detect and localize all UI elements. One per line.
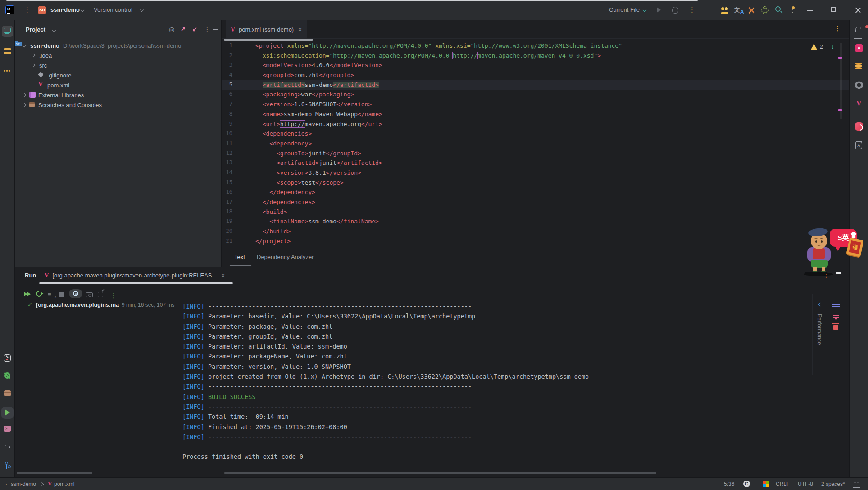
run-button[interactable] bbox=[657, 7, 661, 13]
clear-output-button[interactable]: ≡ bbox=[48, 291, 55, 298]
plugin-owl-icon[interactable] bbox=[855, 122, 866, 134]
terminal-tool-icon[interactable]: >_ bbox=[4, 426, 15, 437]
settings-kebab-icon[interactable]: ⋮ bbox=[789, 6, 796, 13]
line-ending-selector[interactable]: CRLF bbox=[776, 481, 790, 487]
window-close-button[interactable] bbox=[855, 7, 861, 13]
plugin-atom-icon[interactable] bbox=[761, 6, 769, 14]
scroll-to-end-icon[interactable] bbox=[833, 315, 839, 316]
project-tool-icon[interactable] bbox=[2, 26, 13, 37]
code-line[interactable]: 14 <version>3.8.1</version> bbox=[222, 168, 849, 178]
database-tool-icon[interactable] bbox=[854, 63, 865, 74]
search-everywhere-icon[interactable] bbox=[775, 6, 781, 12]
breadcrumb-file[interactable]: pom.xml bbox=[54, 481, 74, 487]
code-view[interactable]: 1<project xmlns="http://maven.apache.org… bbox=[222, 41, 849, 246]
breadcrumb-root[interactable]: ssm-demo bbox=[11, 481, 36, 487]
code-line[interactable]: 18 <build> bbox=[222, 207, 849, 217]
tab-dependency-analyzer[interactable]: Dependency Analyzer bbox=[257, 254, 314, 260]
code-line[interactable]: 11 <dependency> bbox=[222, 139, 849, 149]
run-options-kebab-icon[interactable]: ⋮ bbox=[689, 6, 695, 13]
close-tab-icon[interactable]: × bbox=[298, 26, 302, 33]
encoding-selector[interactable]: UTF-8 bbox=[798, 481, 813, 487]
collapse-left-icon[interactable] bbox=[818, 303, 822, 306]
settings-sync-icon[interactable] bbox=[4, 372, 15, 384]
code-line[interactable]: 20 </build> bbox=[222, 227, 849, 236]
chevron-right-icon[interactable] bbox=[20, 102, 28, 109]
code-line[interactable]: 3 <modelVersion>4.0.0</modelVersion> bbox=[222, 60, 849, 70]
chevron-right-icon[interactable] bbox=[29, 52, 37, 59]
error-stripe-mark[interactable] bbox=[838, 109, 842, 111]
tree-item-ssm-demo[interactable]: ssm-demoD:\workSpace\3_projects\personal… bbox=[15, 41, 221, 50]
vcs-widget[interactable]: Version control bbox=[94, 6, 132, 13]
code-line[interactable]: 1<project xmlns="http://maven.apache.org… bbox=[222, 41, 849, 51]
rerun-all-button[interactable] bbox=[24, 291, 32, 298]
run-tool-icon-active[interactable] bbox=[1, 407, 14, 419]
ai-assistant-icon[interactable]: ✦ bbox=[855, 44, 866, 55]
code-line[interactable]: 6 <packaging>war</packaging> bbox=[222, 90, 849, 100]
code-line[interactable]: 15 <scope>test</scope> bbox=[222, 178, 849, 188]
tree-item-pom.xml[interactable]: pom.xml bbox=[15, 80, 221, 90]
code-line[interactable]: 10 <dependencies> bbox=[222, 129, 849, 139]
project-switcher[interactable]: ssm-demo bbox=[50, 6, 80, 13]
collapse-icon[interactable]: ↙ bbox=[192, 26, 197, 32]
project-avatar[interactable]: SD bbox=[38, 6, 46, 14]
intellij-logo-icon[interactable]: IJ bbox=[5, 5, 14, 14]
list-horizontal-scrollbar[interactable] bbox=[17, 472, 92, 474]
notifications-icon[interactable] bbox=[855, 27, 867, 38]
code-line[interactable]: 13 <artifactId>junit</artifactId> bbox=[222, 158, 849, 168]
git-tool-icon[interactable] bbox=[2, 461, 13, 472]
artifacts-tool-icon[interactable] bbox=[855, 81, 866, 92]
dictionary-tool-icon[interactable]: A bbox=[855, 142, 867, 153]
code-line[interactable]: 16 </dependency> bbox=[222, 187, 849, 197]
screenshot-button[interactable] bbox=[86, 291, 93, 298]
locate-file-icon[interactable]: ◎ bbox=[169, 26, 174, 33]
run-tab[interactable]: V [org.apache.maven.plugins:maven-archet… bbox=[39, 267, 230, 283]
translate-icon[interactable]: 文A bbox=[734, 6, 743, 15]
mascot-slider-track[interactable] bbox=[805, 272, 827, 273]
code-line[interactable]: 2 xsi:schemaLocation="http://maven.apach… bbox=[222, 51, 849, 61]
export-button[interactable] bbox=[98, 291, 105, 298]
tools-icon[interactable] bbox=[748, 7, 755, 14]
chevron-right-icon[interactable] bbox=[29, 62, 37, 69]
rerun-button[interactable] bbox=[36, 291, 43, 298]
run-window-title[interactable]: Run bbox=[25, 272, 36, 279]
performance-label[interactable]: Performance bbox=[816, 314, 823, 345]
preview-toggle-button[interactable] bbox=[69, 289, 82, 298]
tree-item-src[interactable]: src bbox=[15, 60, 221, 70]
console-output[interactable]: [INFO] ---------------------------------… bbox=[182, 301, 589, 462]
clear-all-icon[interactable] bbox=[833, 325, 838, 330]
code-line[interactable]: 7 <version>1.0-SNAPSHOT</version> bbox=[222, 100, 849, 109]
tree-item-.gitignore[interactable]: .gitignore bbox=[15, 70, 221, 80]
tab-options-kebab-icon[interactable]: ⋮ bbox=[834, 25, 841, 32]
code-with-me-icon[interactable] bbox=[721, 7, 729, 13]
close-run-tab-icon[interactable]: × bbox=[221, 272, 225, 279]
hide-panel-icon[interactable] bbox=[213, 29, 218, 30]
alerts-tool-icon[interactable] bbox=[2, 443, 13, 454]
tab-text[interactable]: Text bbox=[234, 254, 245, 260]
caret-position[interactable]: 5:36 bbox=[724, 481, 734, 487]
more-tool-windows-icon[interactable]: ••• bbox=[4, 68, 15, 79]
mascot-kebab-icon[interactable]: ⋮ bbox=[824, 274, 828, 278]
chevron-right-icon[interactable] bbox=[20, 92, 28, 99]
main-menu-kebab-icon[interactable]: ⋮ bbox=[24, 6, 31, 13]
maven-tool-icon[interactable]: V bbox=[856, 100, 868, 111]
project-panel-title[interactable]: Project bbox=[26, 26, 45, 33]
editor-tab-pomxml[interactable]: V pom.xml (ssm-demo) × bbox=[226, 20, 307, 39]
run-configuration-selector[interactable]: Current File bbox=[609, 6, 640, 13]
code-line[interactable]: 19 <finalName>ssm-demo</finalName> bbox=[222, 217, 849, 227]
dependencies-tool-icon[interactable] bbox=[4, 390, 15, 402]
window-restore-button[interactable] bbox=[831, 7, 836, 12]
code-line[interactable]: 9 <url>http://maven.apache.org</url> bbox=[222, 119, 849, 129]
error-stripe-mark[interactable] bbox=[838, 57, 842, 59]
stop-button[interactable] bbox=[59, 291, 66, 298]
tree-item-Scratches and Consoles[interactable]: Scratches and Consoles bbox=[15, 100, 221, 110]
console-options-kebab-icon[interactable]: ⋮ bbox=[110, 292, 118, 299]
window-minimize-button[interactable] bbox=[807, 10, 813, 11]
code-line[interactable]: 8 <name>ssm-demo Maven Webapp</name> bbox=[222, 109, 849, 119]
expand-icon[interactable]: ↗ bbox=[181, 26, 186, 32]
console-horizontal-scrollbar[interactable] bbox=[224, 472, 656, 474]
panel-options-kebab-icon[interactable]: ⋮ bbox=[204, 26, 210, 32]
plugin-c-icon[interactable]: C bbox=[743, 481, 750, 487]
code-line[interactable]: 17 </dependencies> bbox=[222, 197, 849, 207]
tree-item-.idea[interactable]: .idea bbox=[15, 50, 221, 60]
code-line[interactable]: 4 <groupId>com.zhl</groupId> bbox=[222, 70, 849, 80]
